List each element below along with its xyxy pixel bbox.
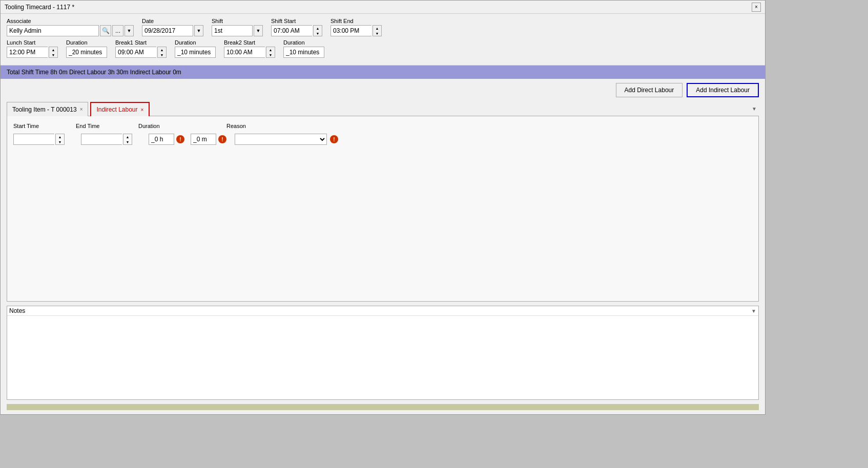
indirect-start-time-input[interactable] <box>13 134 54 145</box>
break1-start-field-group: Break1 Start ▲ ▼ <box>115 39 167 58</box>
duration-h-info-icon[interactable]: ! <box>176 135 184 143</box>
shift-end-label: Shift End <box>330 18 382 24</box>
indirect-end-time-group: ▲ ▼ <box>81 134 132 145</box>
reason-select[interactable] <box>235 134 327 145</box>
lunch-start-down[interactable]: ▼ <box>49 52 57 57</box>
lunch-duration-input[interactable] <box>66 47 107 58</box>
shift-end-down[interactable]: ▼ <box>373 31 381 36</box>
indirect-end-time-spinner[interactable]: ▲ ▼ <box>123 134 132 145</box>
shift-label: Shift <box>212 18 263 24</box>
lunch-start-input[interactable] <box>7 47 48 58</box>
lunch-start-spinner[interactable]: ▲ ▼ <box>49 47 58 58</box>
chevron-down-icon-date: ▼ <box>197 28 201 33</box>
break1-start-up[interactable]: ▲ <box>158 47 166 52</box>
date-input[interactable] <box>142 25 193 36</box>
tab-tooling-item[interactable]: Tooling Item - T 000013 × <box>7 102 88 116</box>
break2-start-spinner[interactable]: ▲ ▼ <box>266 47 275 58</box>
shift-start-up[interactable]: ▲ <box>314 26 322 31</box>
date-field-group: Date ▼ <box>142 18 203 36</box>
end-time-label: End Time <box>76 123 99 129</box>
break2-duration-field-group: Duration <box>283 39 324 58</box>
notes-textarea[interactable] <box>7 316 758 398</box>
duration-m-group: ! <box>191 134 226 145</box>
tab-indirect-labour-label: Indirect Labour <box>96 106 137 113</box>
duration-m-input[interactable] <box>191 134 216 145</box>
shift-end-up[interactable]: ▲ <box>373 26 381 31</box>
shift-start-down[interactable]: ▼ <box>314 31 322 36</box>
notes-section: Notes ▼ <box>7 306 759 400</box>
indirect-start-time-group: ▲ ▼ <box>13 134 65 145</box>
date-label: Date <box>142 18 203 24</box>
notes-label: Notes <box>9 307 25 314</box>
tab-indirect-labour-close[interactable]: × <box>141 107 144 113</box>
duration-h-group: ! <box>149 134 184 145</box>
associate-label: Associate <box>7 18 134 24</box>
ellipsis-icon: ... <box>115 27 120 34</box>
tabs-row: Tooling Item - T 000013 × Indirect Labou… <box>1 101 765 116</box>
notes-label-bar: Notes ▼ <box>7 306 758 316</box>
form-area: Associate 🔍 ... ▼ Date <box>1 14 765 66</box>
break1-duration-input[interactable] <box>175 47 216 58</box>
break1-start-input[interactable] <box>115 47 156 58</box>
indirect-labels-row: Start Time End Time Duration Reason <box>13 122 752 130</box>
lunch-duration-label: Duration <box>66 39 107 46</box>
associate-search-button[interactable]: 🔍 <box>100 25 111 36</box>
indirect-end-time-input[interactable] <box>81 134 122 145</box>
shift-start-spinner[interactable]: ▲ ▼ <box>313 25 322 36</box>
shift-input[interactable] <box>212 25 253 36</box>
add-indirect-labour-button[interactable]: Add Indirect Labour <box>687 83 759 97</box>
window-title: Tooling Timecard - 1117 * <box>5 4 74 11</box>
lunch-start-up[interactable]: ▲ <box>49 47 57 52</box>
indirect-labour-form: Start Time End Time Duration Reason <box>13 122 752 145</box>
lunch-duration-field-group: Duration <box>66 39 107 58</box>
search-icon: 🔍 <box>102 27 110 34</box>
lunch-start-label: Lunch Start <box>7 39 58 46</box>
duration-m-info-icon[interactable]: ! <box>218 135 226 143</box>
bottom-bar <box>7 404 759 410</box>
start-time-label: Start Time <box>13 123 39 129</box>
shift-field-group: Shift ▼ <box>212 18 263 36</box>
indirect-start-up[interactable]: ▲ <box>56 134 64 139</box>
duration-label: Duration <box>138 123 160 129</box>
shift-end-input[interactable] <box>330 25 371 36</box>
tabs-dropdown-icon[interactable]: ▼ <box>752 106 757 112</box>
shift-start-field-group: Shift Start ▲ ▼ <box>271 18 322 36</box>
break1-start-spinner[interactable]: ▲ ▼ <box>157 47 167 58</box>
break2-start-input[interactable] <box>224 47 265 58</box>
summary-bar: Total Shift Time 8h 0m Direct Labour 3h … <box>1 66 765 79</box>
main-window: Tooling Timecard - 1117 * × Associate 🔍 … <box>0 0 766 415</box>
content-area: Start Time End Time Duration Reason <box>7 116 759 302</box>
shift-start-label: Shift Start <box>271 18 322 24</box>
indirect-start-time-spinner[interactable]: ▲ ▼ <box>55 134 65 145</box>
shift-start-input[interactable] <box>271 25 312 36</box>
indirect-end-up[interactable]: ▲ <box>123 134 132 139</box>
break2-start-up[interactable]: ▲ <box>266 47 275 52</box>
break2-start-down[interactable]: ▼ <box>266 52 275 57</box>
associate-dropdown-button[interactable]: ▼ <box>125 25 134 36</box>
duration-h-input[interactable] <box>149 134 174 145</box>
shift-end-spinner[interactable]: ▲ ▼ <box>373 25 382 36</box>
break1-start-down[interactable]: ▼ <box>158 52 166 57</box>
notes-chevron-icon[interactable]: ▼ <box>751 308 756 314</box>
form-row-2: Lunch Start ▲ ▼ Duration Break1 Star <box>7 39 759 58</box>
lunch-start-field-group: Lunch Start ▲ ▼ <box>7 39 58 58</box>
chevron-down-icon-shift: ▼ <box>256 28 261 33</box>
shift-end-field-group: Shift End ▲ ▼ <box>330 18 382 36</box>
associate-input[interactable] <box>7 25 99 36</box>
reason-info-icon[interactable]: ! <box>330 135 338 143</box>
tab-tooling-item-close[interactable]: × <box>80 107 83 112</box>
title-bar: Tooling Timecard - 1117 * × <box>1 1 765 14</box>
add-direct-labour-button[interactable]: Add Direct Labour <box>616 83 683 97</box>
indirect-end-down[interactable]: ▼ <box>123 139 132 144</box>
chevron-down-icon: ▼ <box>127 28 132 33</box>
break2-start-label: Break2 Start <box>224 39 275 46</box>
date-dropdown-button[interactable]: ▼ <box>194 25 203 36</box>
window-close-button[interactable]: × <box>752 3 761 12</box>
break1-duration-label: Duration <box>175 39 216 46</box>
indirect-start-down[interactable]: ▼ <box>56 139 64 144</box>
shift-dropdown-button[interactable]: ▼ <box>254 25 263 36</box>
tab-indirect-labour[interactable]: Indirect Labour × <box>90 102 150 116</box>
associate-ellipsis-button[interactable]: ... <box>112 25 123 36</box>
break2-duration-input[interactable] <box>283 47 324 58</box>
reason-label: Reason <box>226 123 246 129</box>
